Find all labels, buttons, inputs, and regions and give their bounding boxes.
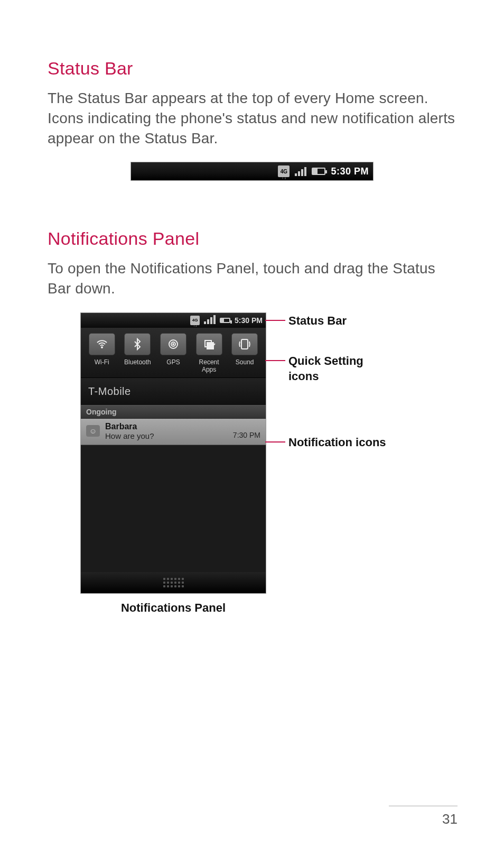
quick-setting-label: Recent Apps: [193, 358, 225, 373]
status-time: 5:30 PM: [331, 166, 369, 177]
panel-drag-handle[interactable]: [81, 572, 266, 593]
annotation-notification: Notification icons: [288, 435, 394, 450]
gps-icon: [160, 333, 186, 355]
notification-subtitle: How are you?: [105, 431, 228, 440]
sound-icon: [231, 333, 258, 355]
svg-point-3: [172, 343, 174, 345]
quick-settings-row: Wi-Fi Bluetooth GPS: [81, 328, 266, 378]
data-arrows-icon: ↑↓: [193, 323, 197, 328]
carrier-label: T-Mobile: [81, 378, 266, 405]
svg-point-0: [101, 346, 102, 348]
4g-icon: 4G ↑↓: [190, 316, 200, 325]
wifi-icon: [89, 333, 115, 355]
ongoing-section-label: Ongoing: [81, 405, 266, 419]
quick-setting-bluetooth[interactable]: Bluetooth: [122, 333, 153, 373]
quick-setting-sound[interactable]: Sound: [229, 333, 260, 373]
footer-rule: [389, 806, 458, 806]
quick-setting-label: Wi-Fi: [86, 358, 118, 366]
annotation-line: [265, 441, 285, 443]
notification-title: Barbara: [105, 422, 228, 431]
message-icon: ☺: [86, 425, 100, 437]
heading-notifications-panel: Notifications Panel: [48, 228, 456, 249]
page-number: 31: [442, 811, 458, 827]
body-notifications-panel: To open the Notifications Panel, touch a…: [48, 259, 456, 299]
phone-status-bar[interactable]: 4G ↑↓ 5:30 PM: [81, 313, 266, 328]
recent-apps-icon: [196, 333, 222, 355]
4g-icon-label: 4G: [192, 318, 198, 322]
drag-handle-icon: [163, 578, 184, 587]
4g-icon: 4G ↑↓: [278, 165, 290, 177]
body-status-bar: The Status Bar appears at the top of eve…: [48, 88, 456, 148]
figure-caption: Notifications Panel: [80, 601, 266, 615]
panel-empty-area: [81, 445, 266, 572]
4g-icon-label: 4G: [281, 169, 287, 174]
quick-setting-recent-apps[interactable]: Recent Apps: [193, 333, 225, 373]
notification-row[interactable]: ☺ Barbara How are you? 7:30 PM: [81, 419, 266, 445]
bluetooth-icon: [124, 333, 151, 355]
annotation-line: [265, 320, 285, 321]
quick-setting-label: GPS: [157, 358, 189, 366]
signal-icon: [204, 317, 216, 324]
phone-status-time: 5:30 PM: [235, 316, 263, 325]
annotation-statusbar: Status Bar: [288, 314, 347, 329]
signal-icon: [295, 167, 306, 176]
notification-time: 7:30 PM: [233, 431, 260, 440]
annotation-line: [265, 360, 285, 361]
quick-setting-gps[interactable]: GPS: [157, 333, 189, 373]
quick-setting-label: Bluetooth: [122, 358, 153, 366]
data-arrows-icon: ↑↓: [281, 174, 286, 180]
phone-screenshot: 4G ↑↓ 5:30 PM Wi-Fi: [80, 312, 266, 594]
quick-setting-wifi[interactable]: Wi-Fi: [86, 333, 118, 373]
annotation-quick-settings: Quick Setting icons: [288, 354, 394, 384]
heading-status-bar: Status Bar: [48, 58, 456, 79]
battery-icon: [220, 318, 230, 323]
figure-status-bar-small: 4G ↑↓ 5:30 PM: [130, 162, 374, 181]
svg-rect-6: [241, 339, 248, 349]
figure-notifications-panel: 4G ↑↓ 5:30 PM Wi-Fi: [48, 312, 456, 615]
battery-icon: [312, 168, 325, 175]
quick-setting-label: Sound: [229, 358, 260, 366]
